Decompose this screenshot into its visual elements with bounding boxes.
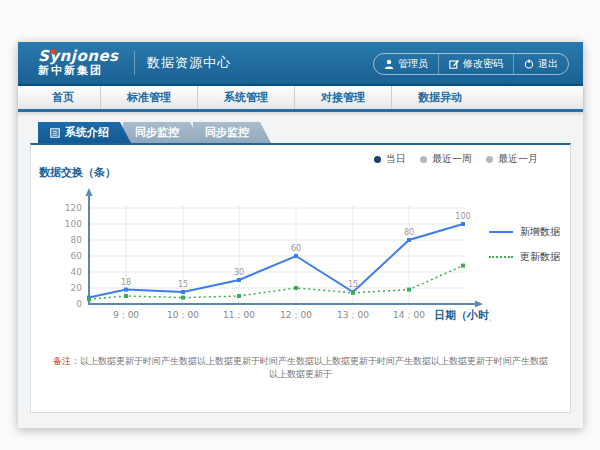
app-window: Synjones 新中新集团 数据资源中心 管理员 修改密码	[18, 42, 583, 428]
y-tick-label: 100	[65, 219, 82, 229]
y-tick-label: 80	[71, 235, 83, 245]
tab-label: 系统介绍	[65, 125, 109, 140]
tab-1[interactable]: 同步监控	[123, 122, 201, 143]
x-axis-arrow	[475, 301, 483, 308]
x-tick-label: 11：00	[223, 310, 255, 320]
x-tick-label: 14：00	[393, 310, 425, 320]
y-tick-label: 120	[65, 203, 82, 213]
edit-icon	[449, 59, 459, 69]
y-tick-label: 40	[71, 267, 83, 277]
document-icon	[50, 128, 60, 138]
x-tick-label: 12：00	[280, 310, 312, 320]
y-axis-title: 数据交换（条）	[39, 165, 116, 180]
data-point	[461, 264, 465, 268]
logout-button[interactable]: 退出	[513, 54, 568, 74]
data-point	[407, 238, 411, 242]
power-icon	[524, 59, 534, 69]
header-divider	[134, 51, 135, 75]
data-label: 80	[404, 228, 414, 237]
legend-line-sample	[489, 256, 513, 258]
current-user-label: 管理员	[398, 57, 428, 71]
change-password-button[interactable]: 修改密码	[438, 54, 513, 74]
legend-label: 更新数据	[520, 250, 560, 264]
main-navbar: 首页标准管理系统管理对接管理数据异动	[18, 86, 583, 112]
user-icon	[384, 59, 394, 69]
range-option-0[interactable]: 当日	[374, 152, 406, 166]
chart-panel: 当日最近一周最近一月 数据交换（条） 0204060801001209：0010…	[30, 143, 571, 413]
x-tick-label: 13：00	[337, 310, 369, 320]
nav-item-2[interactable]: 系统管理	[198, 86, 295, 109]
radio-icon	[420, 156, 427, 163]
tab-label: 同步监控	[205, 125, 249, 140]
x-axis-title: 日期（小时）	[434, 309, 491, 322]
footnote-prefix: 备注：	[53, 356, 80, 366]
nav-item-3[interactable]: 对接管理	[295, 86, 392, 109]
data-point	[181, 290, 185, 294]
y-tick-label: 60	[71, 251, 83, 261]
time-range-options: 当日最近一周最近一月	[374, 152, 538, 166]
change-password-label: 修改密码	[463, 57, 503, 71]
data-label: 15	[348, 280, 358, 289]
logout-label: 退出	[538, 57, 558, 71]
series-legend: 新增数据更新数据	[489, 225, 560, 264]
company-logo: Synjones 新中新集团	[38, 49, 122, 76]
range-option-label: 最近一月	[498, 152, 538, 166]
data-label: 18	[121, 278, 131, 287]
tab-label: 同步监控	[135, 125, 179, 140]
nav-menu: 首页标准管理系统管理对接管理数据异动	[26, 86, 583, 109]
y-tick-label: 0	[76, 299, 82, 309]
data-label: 100	[455, 212, 470, 221]
data-point	[124, 294, 128, 298]
line-chart: 0204060801001209：0010：0011：0012：0013：001…	[31, 185, 491, 330]
tabs-bar: 系统介绍同步监控同步监控	[38, 122, 571, 143]
legend-item-0[interactable]: 新增数据	[489, 225, 560, 239]
y-tick-label: 20	[71, 283, 83, 293]
data-point	[461, 222, 465, 226]
app-header: Synjones 新中新集团 数据资源中心 管理员 修改密码	[18, 42, 583, 86]
data-point	[87, 297, 91, 301]
y-axis-arrow	[86, 188, 93, 196]
data-label: 60	[291, 244, 301, 253]
page: Synjones 新中新集团 数据资源中心 管理员 修改密码	[0, 0, 600, 450]
legend-label: 新增数据	[520, 225, 560, 239]
x-tick-label: 10：00	[167, 310, 199, 320]
tab-2[interactable]: 同步监控	[193, 122, 271, 143]
legend-item-1[interactable]: 更新数据	[489, 250, 560, 264]
data-label: 15	[178, 280, 188, 289]
range-option-1[interactable]: 最近一周	[420, 152, 472, 166]
range-option-label: 最近一周	[432, 152, 472, 166]
nav-item-0[interactable]: 首页	[26, 86, 101, 109]
data-point	[237, 294, 241, 298]
data-point	[407, 288, 411, 292]
radio-icon	[374, 156, 381, 163]
data-point	[124, 288, 128, 292]
tab-0[interactable]: 系统介绍	[38, 122, 131, 143]
nav-item-1[interactable]: 标准管理	[101, 86, 198, 109]
current-user-button[interactable]: 管理员	[374, 54, 438, 74]
content-area: 系统介绍同步监控同步监控 当日最近一周最近一月 数据交换（条） 02040608…	[18, 112, 583, 413]
radio-icon	[486, 156, 493, 163]
x-tick-label: 9：00	[113, 310, 139, 320]
data-point	[181, 296, 185, 300]
range-option-label: 当日	[386, 152, 406, 166]
logo-secondary-text: 新中新集团	[38, 65, 122, 77]
footnote-text: 以上数据更新于时间产生数据以上数据更新于时间产生数据以上数据更新于时间产生数据以…	[80, 356, 548, 379]
series-line-1	[89, 266, 463, 300]
data-point	[294, 254, 298, 258]
nav-item-4[interactable]: 数据异动	[392, 86, 488, 109]
page-title: 数据资源中心	[147, 54, 231, 72]
footnote: 备注：以上数据更新于时间产生数据以上数据更新于时间产生数据以上数据更新于时间产生…	[31, 355, 570, 381]
user-toolbar: 管理员 修改密码 退出	[373, 53, 569, 75]
data-label: 30	[234, 268, 244, 277]
data-point	[237, 278, 241, 282]
legend-line-sample	[489, 231, 513, 233]
range-option-2[interactable]: 最近一月	[486, 152, 538, 166]
data-point	[351, 291, 355, 295]
data-point	[294, 286, 298, 290]
